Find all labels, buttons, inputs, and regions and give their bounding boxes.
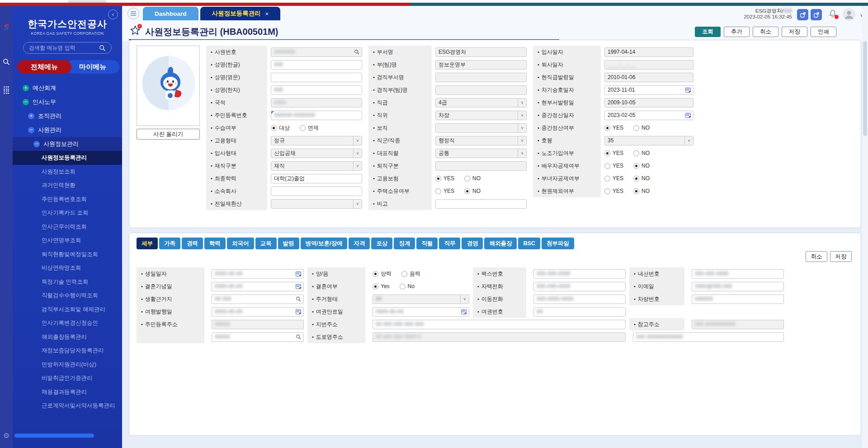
text-field[interactable]: 000 0000000000	[692, 320, 784, 329]
sidebar-item[interactable]: 직렬검수수행이력조회	[13, 289, 122, 303]
radio-option[interactable]: NO	[633, 125, 650, 131]
sidebar-collapse-icon[interactable]: ‹	[108, 9, 118, 19]
sidebar-item[interactable]: 사원정보등록관리	[13, 151, 122, 165]
close-icon[interactable]: ×	[265, 10, 269, 17]
chevron-down-icon[interactable]: ∨	[518, 124, 526, 132]
detail-tab[interactable]: 병역/보훈/장애	[301, 238, 348, 249]
radio-option[interactable]: 면제	[300, 124, 319, 132]
sidebar-item[interactable]: 비밀취급인가증관리	[13, 371, 122, 385]
radio-option[interactable]: 대상	[271, 124, 290, 132]
text-field[interactable]: 000000-0000000	[271, 111, 362, 120]
external-link-icon[interactable]	[797, 9, 808, 20]
notification-bell-icon[interactable]	[828, 9, 838, 20]
detail-tab[interactable]: 발령	[278, 238, 299, 249]
tree-node[interactable]: −사원관리	[13, 123, 122, 137]
sidebar-item[interactable]: 인사기록카드 조회	[13, 206, 122, 220]
sidebar-item[interactable]: 인사기록변경신청승인	[13, 316, 122, 330]
radio-selected-icon[interactable]	[271, 125, 277, 131]
search-field[interactable]: 00 000	[212, 294, 304, 304]
radio-unselected-icon[interactable]	[633, 125, 639, 131]
text-field[interactable]: 00000	[212, 320, 304, 329]
radio-option[interactable]: YES	[604, 150, 623, 156]
radio-option[interactable]: NO	[633, 163, 650, 169]
collapse-minus-icon[interactable]: −	[33, 141, 40, 147]
action-button[interactable]: 인쇄	[811, 27, 836, 37]
radio-unselected-icon[interactable]	[400, 284, 406, 289]
select-field[interactable]: 35∨	[604, 136, 693, 145]
date-field[interactable]: 0000-00-00	[212, 282, 304, 291]
detail-tab[interactable]: 징계	[394, 238, 415, 249]
text-field[interactable]: 00 000 000 000 000	[373, 320, 626, 329]
chevron-down-icon[interactable]: ∨	[353, 136, 362, 145]
detail-tab[interactable]: 포상	[371, 238, 392, 249]
content-tab[interactable]: Dashboard	[143, 7, 198, 20]
text-field[interactable]: 00	[533, 307, 626, 317]
sidebar-item[interactable]: 채용결과등록관리	[13, 385, 122, 399]
text-field[interactable]	[435, 85, 527, 95]
detail-tab[interactable]: 직무	[439, 238, 460, 249]
open-window-icon[interactable]	[811, 9, 822, 20]
select-field[interactable]: 공통∨	[435, 149, 527, 158]
text-field[interactable]: 0000	[271, 98, 362, 107]
radio-unselected-icon[interactable]	[401, 271, 407, 277]
search-field[interactable]: 0000000	[271, 47, 362, 57]
radio-selected-icon[interactable]	[604, 150, 610, 156]
radio-selected-icon[interactable]	[633, 163, 639, 169]
photo-upload-button[interactable]: 사진 올리기	[137, 129, 200, 140]
radio-unselected-icon[interactable]	[604, 176, 610, 182]
radio-unselected-icon[interactable]	[300, 125, 306, 131]
sidebar-item[interactable]: 재정보증담당자등록관리	[13, 344, 122, 358]
page-scrollbar[interactable]	[862, 6, 868, 448]
radio-unselected-icon[interactable]	[604, 188, 610, 194]
radio-selected-icon[interactable]	[604, 125, 610, 131]
detail-tab[interactable]: 경력	[182, 238, 203, 249]
radio-option[interactable]: NO	[464, 188, 481, 194]
radio-option[interactable]: NO	[464, 175, 481, 182]
detail-tab[interactable]: 세부	[137, 238, 158, 249]
gear-icon[interactable]: ⚙	[0, 431, 13, 440]
radio-unselected-icon[interactable]	[435, 188, 441, 194]
text-field[interactable]: 000-000-0000	[533, 282, 626, 291]
action-button[interactable]: 추가	[724, 27, 750, 37]
radio-option[interactable]: YES	[604, 163, 623, 169]
text-field[interactable]: 000	[271, 85, 362, 95]
select-field[interactable]: 행정직∨	[435, 136, 527, 145]
app-grid-icon[interactable]	[4, 86, 9, 94]
select-field[interactable]: 정규∨	[271, 136, 362, 145]
chevron-down-icon[interactable]: ∨	[684, 136, 693, 145]
sidebar-item[interactable]: 근로계약서및서약서등록관리	[13, 399, 122, 413]
tree-node[interactable]: −인사노무	[13, 95, 122, 109]
hamburger-menu-icon[interactable]	[127, 8, 139, 19]
sidebar-item[interactable]: 인사근무이력조회	[13, 220, 122, 234]
detail-tab[interactable]: 경영	[462, 238, 483, 249]
detail-action-button[interactable]: 취소	[806, 251, 827, 262]
text-field[interactable]	[435, 73, 527, 82]
radio-selected-icon[interactable]	[373, 284, 378, 289]
action-button[interactable]: 저장	[782, 27, 807, 37]
text-field[interactable]: 2009-10-05	[604, 98, 693, 107]
detail-tab[interactable]: 해외출장	[484, 238, 517, 249]
select-field[interactable]: 차장∨	[435, 111, 527, 120]
radio-option[interactable]: YES	[604, 125, 623, 131]
content-tab[interactable]: 사원정보등록관리×	[200, 7, 281, 20]
favorite-star-icon[interactable]: +	[130, 25, 141, 36]
radio-option[interactable]: NO	[633, 175, 650, 182]
chevron-down-icon[interactable]: ∨	[518, 111, 526, 120]
text-field[interactable]	[435, 161, 527, 171]
chevron-down-icon[interactable]: ∨	[353, 162, 362, 170]
chevron-down-icon[interactable]: ∨	[518, 149, 526, 158]
radio-selected-icon[interactable]	[633, 188, 639, 194]
chevron-down-icon[interactable]: ∨	[518, 98, 526, 107]
sidebar-item[interactable]: 겸직부서조회및 해제관리	[13, 303, 122, 317]
sidebar-item[interactable]: 퇴직현황및예정일조회	[13, 247, 122, 261]
date-field[interactable]: 0000-00-00	[212, 269, 304, 279]
search-field[interactable]: 00000	[212, 332, 304, 342]
menu-tab-my[interactable]: 마이메뉴	[66, 60, 119, 74]
date-field[interactable]: 0000-00-00	[373, 307, 469, 317]
radio-option[interactable]: No	[400, 283, 415, 289]
collapse-minus-icon[interactable]: −	[23, 99, 29, 105]
page-scrollbar-thumb[interactable]	[863, 41, 867, 136]
avatar[interactable]	[843, 8, 855, 21]
select-field[interactable]: 00∨	[373, 294, 469, 304]
radio-option[interactable]: NO	[633, 150, 650, 156]
